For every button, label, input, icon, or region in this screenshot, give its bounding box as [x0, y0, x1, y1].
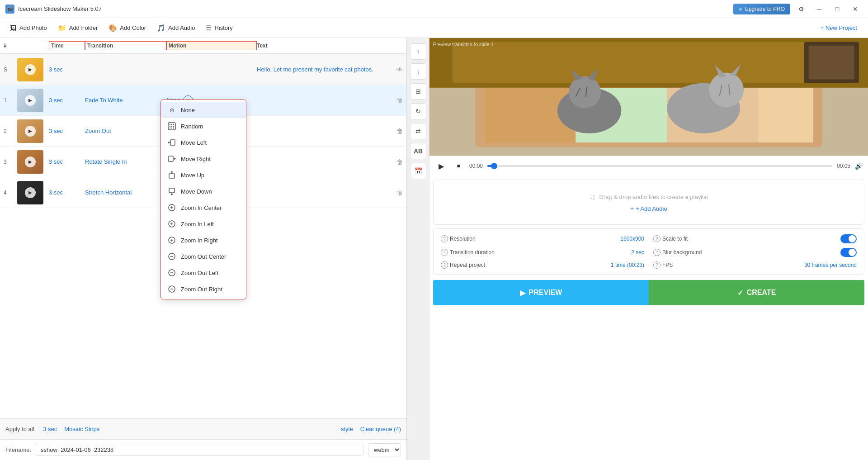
dropdown-item-zoom-out-center[interactable]: Zoom Out Center: [161, 248, 246, 265]
col-transition-header: Transition: [85, 41, 166, 50]
dropdown-item-zoom-in-center[interactable]: Zoom In Center: [161, 199, 246, 216]
play-circle-icon[interactable]: ▶: [25, 156, 36, 167]
text-control[interactable]: AB: [410, 143, 426, 159]
history-button[interactable]: ☰ History: [201, 21, 237, 35]
delete-button[interactable]: 🗑: [396, 97, 403, 104]
fps-value[interactable]: 30 frames per second: [804, 262, 857, 268]
scale-help[interactable]: ?: [653, 235, 660, 242]
add-photo-icon: 🖼: [10, 24, 17, 32]
settings-button[interactable]: ⚙: [794, 2, 808, 16]
format-select[interactable]: webm mp4: [368, 443, 401, 456]
dropdown-item-zoom-out-right[interactable]: Zoom Out Right: [161, 281, 246, 297]
transition-link[interactable]: Fade To White: [85, 97, 123, 104]
rotate-control[interactable]: ↻: [410, 103, 426, 119]
row-thumbnail: ▶: [17, 58, 49, 81]
add-color-button[interactable]: 🎨 Add Color: [104, 21, 151, 35]
dropdown-item-move-up[interactable]: Move Up: [161, 167, 246, 183]
time-link[interactable]: 3 sec: [49, 97, 63, 104]
add-photo-button[interactable]: 🖼 Add Photo: [5, 21, 52, 34]
resolution-help[interactable]: ?: [441, 235, 448, 242]
blur-help[interactable]: ?: [653, 249, 660, 256]
transition-link[interactable]: Zoom Out: [85, 128, 111, 134]
shuffle-control[interactable]: ⇄: [410, 123, 426, 139]
time-link[interactable]: 3 sec: [49, 128, 63, 134]
delete-button[interactable]: 🗑: [396, 158, 403, 166]
table-header: # Time Transition Motion Text: [0, 38, 406, 54]
preview-action-button[interactable]: ▶ PREVIEW: [433, 280, 649, 305]
row-time: 3 sec: [49, 128, 85, 134]
resolution-value[interactable]: 1600x900: [620, 236, 644, 242]
svg-point-43: [569, 76, 601, 109]
progress-track[interactable]: [487, 165, 832, 167]
transition-duration-setting: ? Transition duration 2 sec: [441, 248, 644, 257]
dropdown-item-move-left[interactable]: Move Left: [161, 134, 246, 151]
blur-toggle[interactable]: [840, 248, 857, 257]
fps-setting: ? FPS 30 frames per second: [653, 261, 857, 269]
add-audio-button[interactable]: 🎵 Add Audio: [152, 21, 199, 35]
play-circle-icon[interactable]: ▶: [25, 64, 36, 75]
apply-time-link[interactable]: 3 sec: [43, 426, 57, 432]
dropdown-item-random[interactable]: Random: [161, 118, 246, 134]
play-circle-icon[interactable]: ▶: [25, 95, 36, 106]
maximize-button[interactable]: □: [830, 2, 844, 16]
table-row: S ▶ 3 sec Hello, Let me present my favor…: [0, 54, 406, 85]
volume-button[interactable]: 🔊: [855, 162, 863, 170]
upgrade-button[interactable]: Upgrade to PRO: [733, 4, 790, 14]
apply-transition-link[interactable]: Mosaic Strips: [64, 426, 99, 432]
transition-duration-value[interactable]: 2 sec: [631, 249, 644, 256]
play-button[interactable]: ▶: [435, 160, 448, 172]
dropdown-item-move-right[interactable]: Move Right: [161, 151, 246, 167]
dropdown-item-move-down[interactable]: Move Down: [161, 183, 246, 199]
row-time: 3 sec: [49, 158, 85, 165]
fps-help[interactable]: ?: [653, 261, 660, 269]
resolution-label-group: ? Resolution: [441, 235, 476, 242]
create-action-button[interactable]: ✓ CREATE: [649, 280, 864, 305]
close-button[interactable]: ✕: [848, 2, 863, 16]
dropdown-item-zoom-in-left[interactable]: Zoom In Left: [161, 216, 246, 232]
filename-input[interactable]: [36, 444, 363, 456]
row-actions: 🗑: [396, 97, 403, 104]
repeat-help[interactable]: ?: [441, 261, 448, 269]
zoom-in-right-icon: [167, 236, 176, 245]
progress-thumb[interactable]: [491, 163, 497, 169]
new-project-button[interactable]: + New Project: [815, 22, 863, 34]
repeat-value[interactable]: 1 time (00:23): [611, 262, 644, 268]
resolution-setting: ? Resolution 1600x900: [441, 234, 644, 243]
add-audio-playlist-button[interactable]: + + Add Audio: [630, 205, 667, 212]
calendar-control[interactable]: 📅: [410, 163, 426, 179]
filename-label: Filename:: [5, 446, 31, 453]
minimize-button[interactable]: ─: [812, 2, 826, 16]
move-left-icon: [167, 138, 176, 147]
row-number: 3: [4, 159, 17, 165]
row-thumbnail: ▶: [17, 89, 49, 112]
audio-area: ♫ Drag & drop audio files to create a pl…: [433, 180, 864, 225]
scale-toggle[interactable]: [840, 234, 857, 243]
title-bar: 🎬 Icecream Slideshow Maker 5.07 Upgrade …: [0, 0, 868, 18]
dropdown-item-zoom-in-right[interactable]: Zoom In Right: [161, 232, 246, 248]
svg-rect-14: [169, 174, 175, 178]
visibility-button[interactable]: 👁: [396, 66, 403, 73]
blur-setting: ? Blur background: [653, 248, 857, 257]
dropdown-item-zoom-out-left[interactable]: Zoom Out Left: [161, 265, 246, 281]
row-thumbnail: ▶: [17, 119, 49, 143]
time-link[interactable]: 3 sec: [49, 66, 63, 73]
delete-button[interactable]: 🗑: [396, 189, 403, 196]
filename-bar: Filename: webm mp4: [0, 439, 406, 460]
crop-control[interactable]: ⊞: [410, 83, 426, 100]
move-down-control[interactable]: ↓: [410, 63, 426, 80]
clear-queue-link[interactable]: Clear queue (4): [360, 426, 401, 432]
style-link[interactable]: style: [341, 426, 353, 432]
play-circle-icon[interactable]: ▶: [25, 187, 36, 198]
stop-button[interactable]: ■: [452, 160, 465, 172]
play-circle-icon[interactable]: ▶: [25, 126, 36, 137]
delete-button[interactable]: 🗑: [396, 128, 403, 135]
transition-link[interactable]: Rotate Single In: [85, 158, 127, 165]
slide-text-link[interactable]: Hello, Let me present my favorite cat ph…: [257, 66, 373, 73]
transition-duration-help[interactable]: ?: [441, 249, 448, 256]
move-up-control[interactable]: ↑: [410, 43, 426, 60]
time-link[interactable]: 3 sec: [49, 158, 63, 165]
transition-link[interactable]: Stretch Horizontal: [85, 189, 132, 196]
dropdown-item-none[interactable]: ⊘ None: [161, 102, 246, 118]
time-link[interactable]: 3 sec: [49, 189, 63, 196]
add-folder-button[interactable]: 📁 Add Folder: [53, 21, 103, 35]
